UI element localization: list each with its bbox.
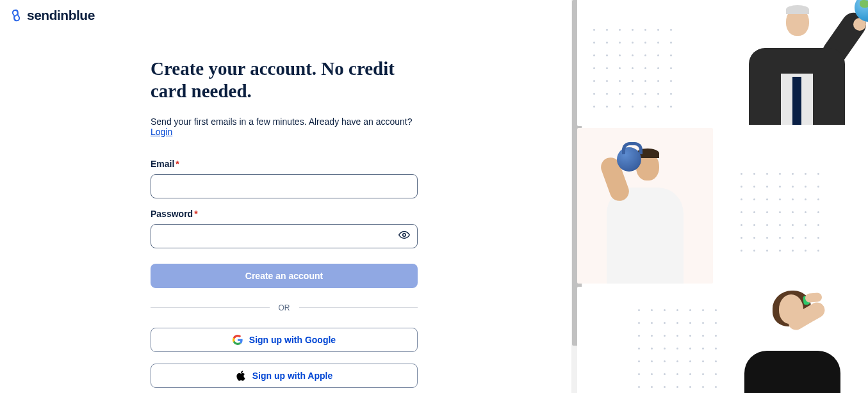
brand-logo-icon	[9, 8, 23, 22]
email-field[interactable]	[151, 174, 418, 198]
apple-icon	[236, 370, 246, 381]
subtitle: Send your first emails in a few minutes.…	[151, 116, 418, 137]
apple-button-label: Sign up with Apple	[252, 371, 332, 381]
dots-decoration	[741, 173, 821, 253]
required-mark: *	[176, 159, 179, 169]
svg-point-0	[403, 233, 406, 236]
gallery-tile	[577, 287, 713, 393]
subtitle-text: Send your first emails in a few minutes.…	[151, 116, 413, 127]
gallery-tile	[577, 128, 713, 284]
page-title: Create your account. No credit card need…	[151, 58, 418, 102]
brand-name: sendinblue	[27, 8, 95, 23]
brand-logo: sendinblue	[9, 8, 571, 23]
password-label: Password*	[151, 209, 418, 219]
illustration-businessman-globe	[742, 0, 851, 125]
illustration-woman-salute	[738, 287, 847, 393]
show-password-icon[interactable]	[398, 229, 410, 243]
dots-decoration	[593, 29, 674, 109]
dots-decoration	[638, 309, 719, 390]
signup-google-button[interactable]: Sign up with Google	[151, 328, 418, 352]
or-divider: OR	[151, 303, 418, 312]
gallery-tile	[725, 128, 860, 284]
create-account-button[interactable]: Create an account	[151, 264, 418, 288]
gallery	[582, 0, 868, 393]
gallery-tile	[577, 0, 713, 126]
password-field[interactable]	[151, 224, 418, 248]
signup-apple-button[interactable]: Sign up with Apple	[151, 364, 418, 388]
google-icon	[233, 335, 243, 345]
login-link[interactable]: Login	[151, 127, 172, 137]
gallery-tile	[725, 287, 860, 393]
google-button-label: Sign up with Google	[249, 335, 336, 345]
illustration-man-kettlebell	[587, 128, 703, 284]
divider-text: OR	[270, 303, 299, 312]
email-label: Email*	[151, 159, 418, 169]
kettlebell-icon	[617, 147, 641, 172]
required-mark: *	[194, 209, 197, 219]
